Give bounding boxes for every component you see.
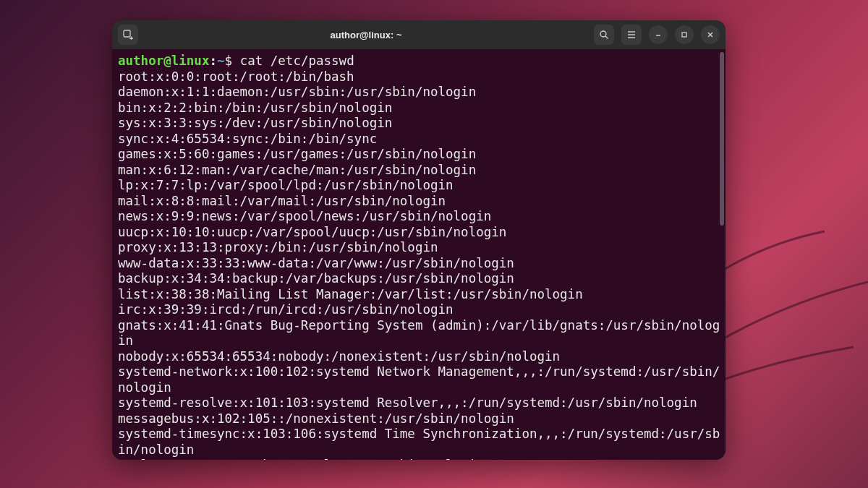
search-icon: [599, 30, 609, 40]
close-icon: [706, 30, 715, 39]
svg-line-4: [605, 36, 608, 39]
command-text: cat /etc/passwd: [232, 53, 354, 68]
command-output: root:x:0:0:root:/root:/bin/bash daemon:x…: [118, 69, 720, 461]
window-title: author@linux: ~: [142, 30, 590, 40]
terminal-window: author@linux: ~ author@linux:~$ cat /etc…: [112, 20, 726, 460]
maximize-icon: [680, 30, 689, 39]
svg-rect-9: [682, 33, 686, 37]
new-tab-button[interactable]: [118, 25, 138, 45]
scrollbar-thumb[interactable]: [720, 52, 724, 226]
svg-rect-0: [124, 30, 130, 37]
close-button[interactable]: [701, 25, 720, 44]
prompt-symbol: $: [225, 53, 233, 68]
svg-point-3: [600, 31, 606, 37]
titlebar: author@linux: ~: [112, 20, 726, 49]
prompt-path: ~: [217, 53, 225, 68]
minimize-icon: [654, 30, 663, 39]
search-button[interactable]: [594, 25, 614, 45]
hamburger-icon: [626, 30, 637, 40]
terminal-body[interactable]: author@linux:~$ cat /etc/passwd root:x:0…: [112, 49, 726, 460]
hamburger-menu-button[interactable]: [621, 25, 642, 45]
prompt-user-host: author@linux: [118, 53, 209, 68]
prompt-colon: :: [209, 53, 217, 68]
maximize-button[interactable]: [675, 25, 694, 44]
minimize-button[interactable]: [649, 25, 668, 44]
